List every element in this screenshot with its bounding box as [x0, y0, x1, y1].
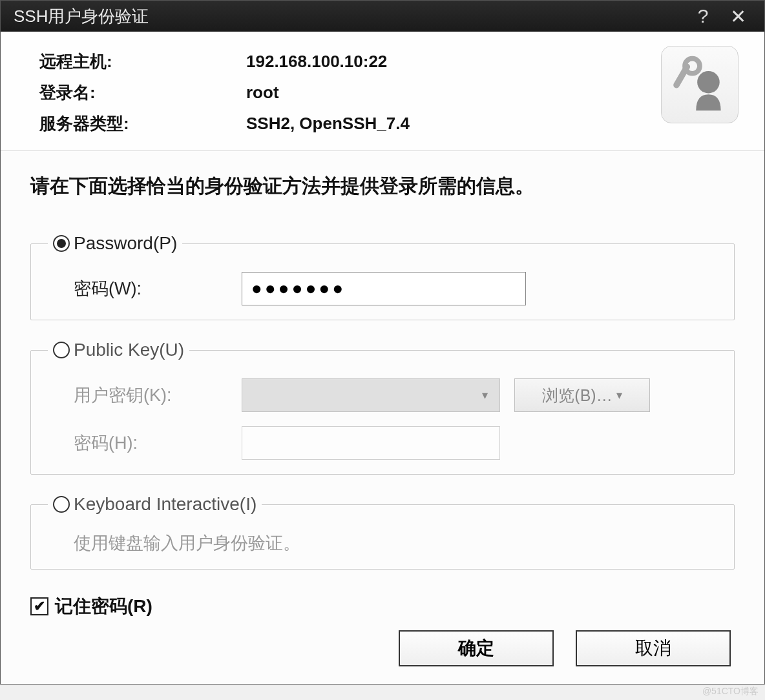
publickey-radio-label: Public Key(U): [74, 340, 184, 360]
remember-password-checkbox[interactable]: ✔: [30, 597, 48, 615]
remember-password-label: 记住密码(R): [55, 594, 152, 619]
auth-icon: [661, 46, 739, 123]
password-radio[interactable]: [53, 235, 70, 252]
password-group: Password(P) 密码(W):: [30, 233, 735, 320]
pk-password-label: 密码(H):: [74, 431, 242, 455]
server-type-value: SSH2, OpenSSH_7.4: [246, 108, 661, 139]
keyboard-interactive-radio[interactable]: [53, 496, 70, 513]
password-input[interactable]: [242, 272, 526, 305]
chevron-down-icon: ▾: [482, 388, 490, 402]
publickey-radio[interactable]: [53, 342, 70, 358]
svg-point-0: [697, 71, 720, 94]
titlebar: SSH用户身份验证 ? ✕: [1, 1, 764, 32]
login-name-label: 登录名:: [39, 77, 246, 108]
help-icon[interactable]: ?: [686, 5, 720, 27]
close-icon[interactable]: ✕: [720, 5, 755, 28]
keyboard-interactive-radio-label: Keyboard Interactive(I): [74, 494, 257, 515]
remote-host-value: 192.168.100.10:22: [246, 46, 661, 77]
svg-point-2: [685, 59, 700, 74]
instruction-text: 请在下面选择恰当的身份验证方法并提供登录所需的信息。: [30, 173, 735, 200]
cancel-button[interactable]: 取消: [576, 630, 731, 666]
password-field-label: 密码(W):: [74, 277, 242, 300]
pk-password-input[interactable]: [242, 426, 500, 460]
window-title: SSH用户身份验证: [14, 5, 686, 28]
watermark: @51CTO博客: [702, 686, 759, 697]
login-name-value: root: [246, 77, 661, 108]
keyboard-interactive-desc: 使用键盘输入用户身份验证。: [48, 531, 720, 555]
user-key-select[interactable]: ▾: [242, 378, 500, 412]
ok-button[interactable]: 确定: [399, 630, 554, 666]
remote-host-label: 远程主机:: [39, 46, 246, 77]
password-radio-label: Password(P): [74, 233, 177, 254]
keyboard-interactive-group: Keyboard Interactive(I) 使用键盘输入用户身份验证。: [30, 494, 735, 570]
user-key-label: 用户密钥(K):: [74, 384, 242, 407]
dropdown-arrow-icon: ▾: [616, 388, 622, 402]
publickey-group: Public Key(U) 用户密钥(K): ▾ 浏览(B)… ▾ 密码(H):: [30, 340, 735, 475]
svg-rect-1: [672, 63, 691, 89]
connection-info: 远程主机: 登录名: 服务器类型: 192.168.100.10:22 root…: [1, 32, 764, 151]
server-type-label: 服务器类型:: [39, 108, 246, 139]
browse-button[interactable]: 浏览(B)… ▾: [514, 378, 650, 412]
